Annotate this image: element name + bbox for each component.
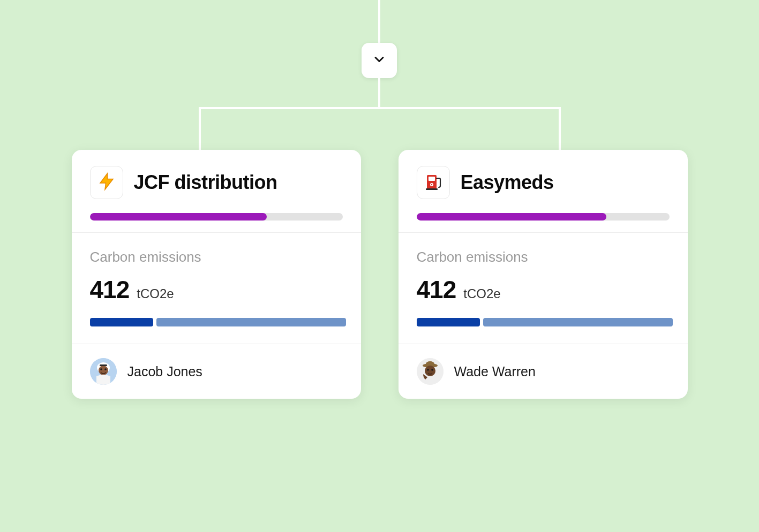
org-card-jcf-distribution[interactable]: JCF distribution Carbon emissions 412 tC… — [72, 150, 361, 399]
card-header: Easymeds — [399, 150, 688, 232]
svg-point-15 — [427, 369, 429, 371]
fuel-pump-icon — [424, 172, 443, 193]
svg-rect-7 — [429, 177, 435, 181]
card-footer: Jacob Jones — [72, 344, 361, 399]
svg-point-14 — [425, 366, 435, 376]
owner-avatar — [417, 358, 444, 385]
svg-point-9 — [431, 184, 432, 185]
progress-bar-purple — [90, 213, 343, 221]
metric-row: 412 tCO2e — [417, 275, 670, 304]
metric-unit: tCO2e — [137, 286, 174, 301]
card-header: JCF distribution — [72, 150, 361, 232]
cards-row: JCF distribution Carbon emissions 412 tC… — [0, 150, 759, 399]
metric-value: 412 — [90, 275, 130, 304]
org-icon-tile — [90, 166, 123, 199]
card-footer: Wade Warren — [399, 344, 688, 399]
svg-rect-10 — [426, 188, 438, 190]
svg-point-3 — [100, 368, 102, 370]
connector-line-top — [378, 0, 380, 43]
segment-light — [483, 318, 673, 326]
card-body: Carbon emissions 412 tCO2e — [72, 232, 361, 344]
owner-avatar — [90, 358, 117, 385]
svg-rect-5 — [100, 364, 107, 366]
org-icon-tile — [417, 166, 450, 199]
connector-line-mid — [378, 78, 380, 108]
chevron-down-icon — [372, 52, 387, 69]
metric-row: 412 tCO2e — [90, 275, 343, 304]
svg-point-4 — [104, 368, 107, 370]
progress-fill — [90, 213, 267, 221]
expand-node-button[interactable] — [362, 43, 397, 78]
metric-label: Carbon emissions — [90, 249, 343, 265]
metric-value: 412 — [417, 275, 456, 304]
connector-line-horizontal — [200, 107, 560, 109]
owner-name: Jacob Jones — [127, 364, 202, 379]
connector-line-drop-left — [199, 107, 201, 150]
progress-fill — [417, 213, 606, 221]
segment-dark — [90, 318, 153, 326]
segment-light — [156, 318, 346, 326]
metric-label: Carbon emissions — [417, 249, 670, 265]
connector-line-drop-right — [559, 107, 561, 150]
segmented-bar — [90, 318, 343, 326]
segment-dark — [417, 318, 480, 326]
metric-unit: tCO2e — [463, 286, 500, 301]
svg-point-16 — [431, 369, 433, 371]
org-title: Easymeds — [461, 171, 554, 194]
org-card-easymeds[interactable]: Easymeds Carbon emissions 412 tCO2e — [399, 150, 688, 399]
progress-bar-purple — [417, 213, 670, 221]
card-body: Carbon emissions 412 tCO2e — [399, 232, 688, 344]
owner-name: Wade Warren — [454, 364, 536, 379]
lightning-icon — [97, 172, 116, 193]
org-title: JCF distribution — [134, 171, 277, 194]
segmented-bar — [417, 318, 670, 326]
